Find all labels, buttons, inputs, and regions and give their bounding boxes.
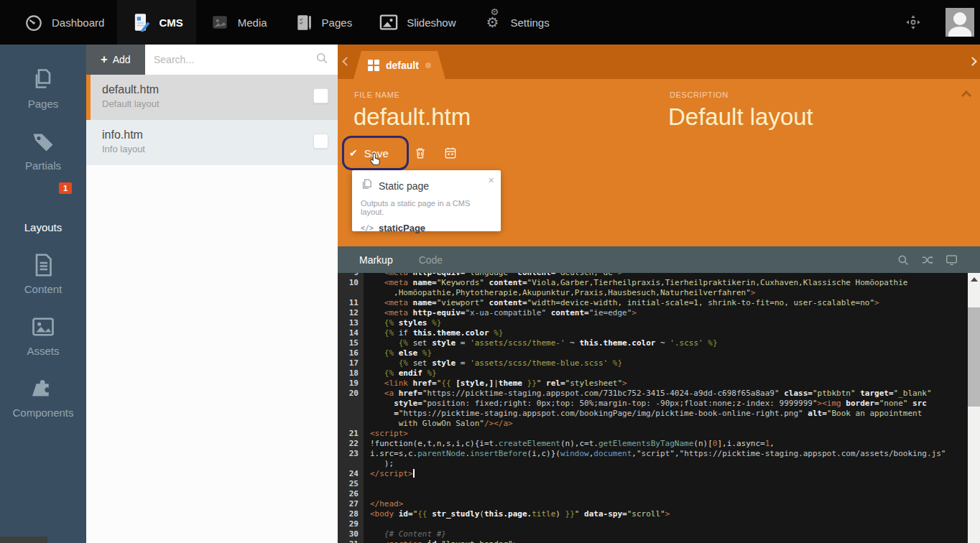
pages-icon <box>361 178 373 193</box>
scrollbar-thumb[interactable] <box>968 307 980 407</box>
sidebar-item-label: Partials <box>25 159 61 172</box>
close-icon[interactable]: × <box>488 174 494 186</box>
tab-markup[interactable]: Markup <box>359 254 393 266</box>
popover-header: Static page × <box>361 178 492 193</box>
dashboard-gauge-icon <box>23 11 45 33</box>
list-item-subtitle: Info layout <box>102 144 338 154</box>
code-row: 24</script> <box>338 469 968 479</box>
sidebar-item-layouts[interactable]: 1 Layouts <box>0 181 86 243</box>
editor-scrollbar[interactable] <box>968 273 980 543</box>
list-item-title: default.htm <box>102 83 338 96</box>
sidebar-item-assets[interactable]: Assets <box>0 305 86 366</box>
add-button-label: Add <box>113 54 131 65</box>
plus-icon: + <box>101 53 107 66</box>
check-icon: ✔ <box>349 147 358 159</box>
popover-title: Static page <box>379 180 429 192</box>
code-row: 20 <a href="https://picktime-staging.app… <box>338 389 968 399</box>
delete-icon[interactable] <box>413 146 427 160</box>
code-editor[interactable]: 9 <meta http-equiv="language" content="d… <box>338 273 968 543</box>
code-row: 28<body id="{{ str_studly(this.page.titl… <box>338 509 968 519</box>
search-icon[interactable] <box>315 51 329 68</box>
nav-label: Settings <box>511 17 550 29</box>
document-icon <box>29 252 57 278</box>
shuffle-icon[interactable] <box>920 254 934 266</box>
scrollbar-up-arrow-icon[interactable] <box>971 277 978 282</box>
tabs-scroll-right-icon[interactable] <box>968 57 977 66</box>
move-crosshair-icon[interactable] <box>904 13 923 32</box>
add-button[interactable]: + Add <box>86 45 145 75</box>
nav-item-cms[interactable]: CMS <box>117 0 195 45</box>
item-checkbox[interactable] <box>313 134 328 149</box>
nav-label: Slideshow <box>407 17 456 29</box>
code-row: 15 {% set style = 'assets/scss/theme-' ~… <box>338 338 968 348</box>
collapse-header-icon[interactable] <box>961 90 971 101</box>
code-row: ,Homöopathie,Phytotherapie,Akupunktur,Pr… <box>338 288 968 298</box>
code-row: 26 <box>338 489 968 499</box>
list-item-subtitle: Default layout <box>102 98 338 109</box>
nav-item-media[interactable]: Media <box>196 0 280 45</box>
tab-default[interactable]: default <box>353 51 445 79</box>
list-item[interactable]: info.htm Info layout <box>86 120 338 165</box>
code-row: 12 <meta http-equiv="x-ua-compatible" co… <box>338 308 968 318</box>
description-label: DESCRIPTION <box>670 90 729 99</box>
popover-component-name: staticPage <box>379 223 425 233</box>
tab-code[interactable]: Code <box>419 254 443 266</box>
editor-toolbar-icons <box>897 246 958 273</box>
slideshow-icon <box>378 11 399 33</box>
code-row: ); <box>338 459 968 469</box>
calendar-icon[interactable] <box>443 146 458 160</box>
tabs-scroll-left-icon[interactable] <box>342 57 351 66</box>
user-avatar[interactable] <box>946 8 974 37</box>
file-name-label: FILE NAME <box>354 90 399 99</box>
code-row: with GlowOn Salon"/></a> <box>338 419 968 429</box>
cut-off-tooltip <box>0 537 47 543</box>
description-value[interactable]: Default layout <box>668 103 813 131</box>
item-checkbox[interactable] <box>313 88 328 103</box>
code-row: 11 <meta name="viewport" content="width=… <box>338 298 968 308</box>
monitor-icon[interactable] <box>945 254 958 266</box>
sidebar-item-pages[interactable]: Pages <box>0 57 86 119</box>
sidebar-item-content[interactable]: Content <box>0 243 86 305</box>
sidebar-item-components[interactable]: Components <box>0 366 86 428</box>
main-editor-panel: default FILE NAME default.htm DESCRIPTIO… <box>338 45 980 543</box>
popover-footer: </> staticPage <box>361 223 492 233</box>
pages-checklist-icon <box>293 11 315 33</box>
editor-tab-bar: Markup Code <box>338 246 980 273</box>
code-row: 23i.src=s,c.parentNode.insertBefore(i,c)… <box>338 449 968 459</box>
popover-description: Outputs a static page in a CMS layout. <box>361 199 492 216</box>
list-item[interactable]: default.htm Default layout <box>86 75 338 120</box>
tag-icon <box>29 129 57 154</box>
search-input[interactable] <box>154 54 315 65</box>
document-tab-strip: default <box>338 45 980 79</box>
code-row: 19 <link href="{{ [style,]|theme }}" rel… <box>338 379 968 389</box>
code-row: 18 {% endif %} <box>338 368 968 379</box>
code-row: 31 <section id="layout-header"> <box>338 539 968 543</box>
nav-label: CMS <box>159 17 182 29</box>
pages-icon <box>29 67 57 93</box>
sidebar-item-partials[interactable]: Partials <box>0 119 86 181</box>
nav-item-pages[interactable]: Pages <box>280 0 366 45</box>
code-row: ="https://picktime-staging.appspot.com/b… <box>338 409 968 419</box>
code-row: 16 {% else %} <box>338 348 968 358</box>
file-name-value[interactable]: default.htm <box>353 103 471 131</box>
save-button[interactable]: ✔ Save <box>349 141 389 164</box>
picture-icon <box>29 314 57 340</box>
list-toolbar: + Add <box>86 45 338 75</box>
code-row: 10 <meta name="Keywords" content="Viola,… <box>338 278 968 288</box>
layout-tab-icon <box>368 60 379 71</box>
nav-item-settings[interactable]: ⚙⚙ Settings <box>469 0 563 45</box>
code-row: 14 {% if this.theme.color %} <box>338 328 968 338</box>
nav-label: Pages <box>322 17 353 29</box>
nav-item-dashboard[interactable]: Dashboard <box>10 0 117 45</box>
code-row: 27</head> <box>338 499 968 509</box>
code-row: 29 <box>338 519 968 529</box>
cms-icon <box>130 11 152 33</box>
nav-label: Dashboard <box>52 17 104 29</box>
nav-item-slideshow[interactable]: Slideshow <box>365 0 468 45</box>
sidebar-item-label: Pages <box>28 98 59 110</box>
left-sidebar: Pages Partials 1 Layouts Content Assets … <box>0 45 86 543</box>
list-item-title: info.htm <box>102 129 338 141</box>
editor-search-icon[interactable] <box>897 254 910 266</box>
static-page-popover: Static page × Outputs a static page in a… <box>352 170 501 231</box>
code-row: 17 {% set style = 'assets/scss/theme-blu… <box>338 358 968 368</box>
